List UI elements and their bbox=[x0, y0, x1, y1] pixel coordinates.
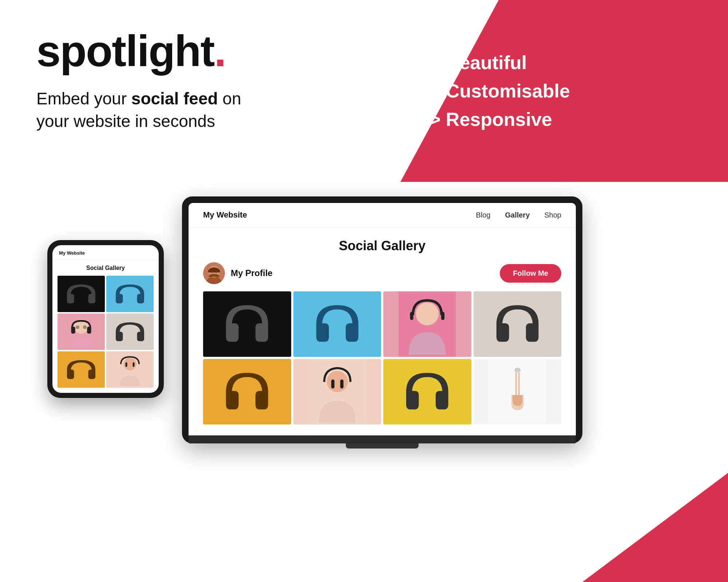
feature-list: Beautiful Customisable Responsive bbox=[430, 48, 699, 133]
grid-cell-8 bbox=[474, 359, 562, 424]
grid-cell-7 bbox=[383, 359, 471, 424]
grid-cell-4 bbox=[474, 291, 562, 357]
svg-point-2 bbox=[83, 326, 87, 329]
avatar bbox=[203, 262, 225, 284]
phone-grid-cell-4 bbox=[106, 314, 154, 350]
brand-dot: . bbox=[214, 27, 226, 75]
grid-cell-5 bbox=[203, 359, 291, 424]
laptop-screen: My Website Blog Gallery Shop Social Gall… bbox=[189, 203, 576, 435]
phone-screen: My Website Social Gallery bbox=[52, 245, 159, 393]
nav-link-gallery[interactable]: Gallery bbox=[505, 211, 530, 219]
feature-beautiful: Beautiful bbox=[430, 48, 699, 77]
nav-link-blog[interactable]: Blog bbox=[476, 211, 490, 219]
laptop-image-grid bbox=[203, 291, 561, 424]
phone-gallery-title: Social Gallery bbox=[58, 265, 154, 271]
grid-cell-2 bbox=[293, 291, 381, 357]
laptop-base bbox=[189, 435, 576, 443]
laptop-device: My Website Blog Gallery Shop Social Gall… bbox=[182, 196, 582, 449]
brand-name: spotlight bbox=[36, 27, 214, 75]
phone-image-grid bbox=[58, 276, 154, 388]
gallery-title: Social Gallery bbox=[203, 238, 561, 254]
follow-me-button[interactable]: Follow Me bbox=[500, 264, 561, 283]
laptop-nav-brand: My Website bbox=[203, 210, 247, 220]
phone-grid-cell-2 bbox=[106, 276, 154, 312]
phone-grid-cell-3 bbox=[58, 314, 105, 350]
laptop-stand bbox=[346, 443, 419, 449]
grid-cell-6 bbox=[293, 359, 381, 424]
laptop-content: Social Gallery bbox=[189, 227, 576, 435]
brand-logo: spotlight. bbox=[36, 29, 364, 73]
phone-frame: My Website Social Gallery bbox=[47, 240, 164, 398]
phone-grid-cell-1 bbox=[58, 276, 105, 312]
phone-nav: My Website bbox=[52, 245, 159, 260]
svg-rect-13 bbox=[441, 312, 444, 320]
profile-name: My Profile bbox=[231, 268, 273, 278]
phone-nav-brand: My Website bbox=[59, 250, 152, 256]
laptop-frame: My Website Blog Gallery Shop Social Gall… bbox=[182, 196, 582, 443]
feature-customisable: Customisable bbox=[430, 77, 699, 105]
laptop-nav-links: Blog Gallery Shop bbox=[476, 211, 561, 219]
svg-rect-4 bbox=[126, 362, 127, 367]
profile-row: My Profile Follow Me bbox=[203, 262, 561, 284]
feature-responsive: Responsive bbox=[430, 105, 699, 133]
svg-rect-17 bbox=[340, 379, 343, 388]
svg-point-20 bbox=[514, 368, 520, 372]
svg-point-11 bbox=[416, 302, 439, 325]
svg-rect-12 bbox=[410, 312, 414, 320]
phone-grid-cell-5 bbox=[58, 351, 105, 388]
laptop-nav: My Website Blog Gallery Shop bbox=[189, 203, 576, 227]
tagline: Embed your social feed onyour website in… bbox=[36, 87, 364, 132]
phone-content: Social Gallery bbox=[52, 260, 159, 393]
right-content: Beautiful Customisable Responsive bbox=[400, 0, 728, 182]
top-section: spotlight. Embed your social feed onyour… bbox=[0, 0, 728, 182]
svg-point-15 bbox=[327, 371, 348, 392]
left-content: spotlight. Embed your social feed onyour… bbox=[0, 0, 400, 182]
svg-point-1 bbox=[76, 326, 79, 329]
grid-cell-1 bbox=[203, 291, 291, 357]
devices-section: My Website Social Gallery bbox=[0, 182, 728, 582]
phone-device: My Website Social Gallery bbox=[47, 240, 164, 398]
nav-link-shop[interactable]: Shop bbox=[544, 211, 561, 219]
phone-grid-cell-6 bbox=[106, 351, 154, 388]
grid-cell-3 bbox=[383, 291, 471, 357]
svg-rect-5 bbox=[133, 362, 135, 367]
svg-rect-16 bbox=[331, 379, 334, 388]
